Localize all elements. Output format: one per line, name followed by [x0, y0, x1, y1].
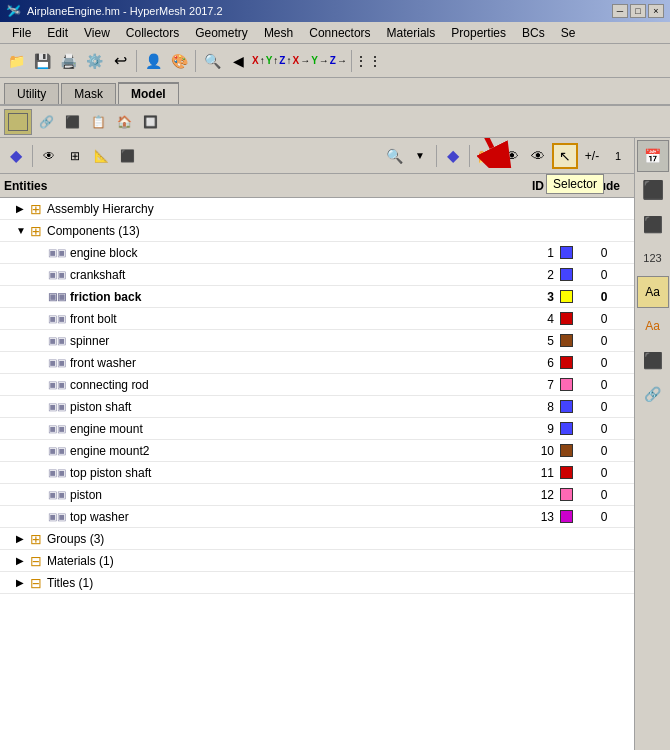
tree-row-materials[interactable]: ▶ ⊟ Materials (1): [0, 550, 634, 572]
right-btn-calendar[interactable]: 📅: [637, 140, 669, 172]
right-btn-2[interactable]: ⬛: [637, 174, 669, 206]
list-item[interactable]: ▣▣ front bolt 4 0: [0, 308, 634, 330]
panel-btn-eye3[interactable]: 👁: [526, 144, 550, 168]
maximize-button[interactable]: □: [630, 4, 646, 18]
selector-button[interactable]: ↖: [552, 143, 578, 169]
comp-color-11[interactable]: [558, 466, 574, 479]
list-item[interactable]: ▣▣ friction back 3 0: [0, 286, 634, 308]
comp-id-5: 5: [528, 334, 558, 348]
comp-id-9: 9: [528, 422, 558, 436]
right-btn-number[interactable]: 123: [637, 242, 669, 274]
expand-groups[interactable]: ▶: [16, 533, 28, 544]
sub-btn-5[interactable]: 🏠: [112, 110, 136, 134]
list-item[interactable]: ▣▣ connecting rod 7 0: [0, 374, 634, 396]
tree-row-assembly[interactable]: ▶ ⊞ Assembly Hierarchy: [0, 198, 634, 220]
right-btn-8[interactable]: 🔗: [637, 378, 669, 410]
close-button[interactable]: ×: [648, 4, 664, 18]
toolbar-btn-person[interactable]: 👤: [141, 49, 165, 73]
toolbar-btn-5[interactable]: ↩: [108, 49, 132, 73]
expand-assembly[interactable]: ▶: [16, 203, 28, 214]
comp-icon-9: ▣▣: [48, 423, 66, 434]
list-item[interactable]: ▣▣ spinner 5 0: [0, 330, 634, 352]
tree-row-groups[interactable]: ▶ ⊞ Groups (3): [0, 528, 634, 550]
list-item[interactable]: ▣▣ crankshaft 2 0: [0, 264, 634, 286]
search-icon[interactable]: 🔍: [382, 144, 406, 168]
comp-color-13[interactable]: [558, 510, 574, 523]
window-controls: ─ □ ×: [612, 4, 664, 18]
menu-geometry[interactable]: Geometry: [187, 24, 256, 42]
comp-color-9[interactable]: [558, 422, 574, 435]
tab-utility[interactable]: Utility: [4, 83, 59, 104]
toolbar-btn-4[interactable]: ⚙️: [82, 49, 106, 73]
list-item[interactable]: ▣▣ engine mount2 10 0: [0, 440, 634, 462]
panel-btn-diamond[interactable]: ◆: [441, 144, 465, 168]
toolbar-btn-3[interactable]: 🖨️: [56, 49, 80, 73]
axis-controls: X↑ Y↑ Z↑ X→ Y→ Z→: [252, 55, 347, 66]
tab-mask[interactable]: Mask: [61, 83, 116, 104]
sub-btn-4[interactable]: 📋: [86, 110, 110, 134]
panel-btn-1[interactable]: ◆: [4, 144, 28, 168]
tab-model[interactable]: Model: [118, 82, 179, 104]
list-item[interactable]: ▣▣ engine block 1 0: [0, 242, 634, 264]
assembly-label: Assembly Hierarchy: [47, 202, 154, 216]
toolbar-btn-color[interactable]: 🎨: [167, 49, 191, 73]
toolbar-btn-zoom[interactable]: 🔍: [200, 49, 224, 73]
sub-btn-6[interactable]: 🔲: [138, 110, 162, 134]
menu-se[interactable]: Se: [553, 24, 584, 42]
comp-color-6[interactable]: [558, 356, 574, 369]
menu-mesh[interactable]: Mesh: [256, 24, 301, 42]
comp-color-8[interactable]: [558, 400, 574, 413]
expand-titles[interactable]: ▶: [16, 577, 28, 588]
menu-properties[interactable]: Properties: [443, 24, 514, 42]
panel-btn-num1[interactable]: 1: [606, 144, 630, 168]
panel-btn-plus[interactable]: +/-: [580, 144, 604, 168]
comp-color-2[interactable]: [558, 268, 574, 281]
comp-color-12[interactable]: [558, 488, 574, 501]
toolbar-btn-left[interactable]: ◀: [226, 49, 250, 73]
toolbar-btn-2[interactable]: 💾: [30, 49, 54, 73]
tree-row-titles[interactable]: ▶ ⊟ Titles (1): [0, 572, 634, 594]
list-item[interactable]: ▣▣ top washer 13 0: [0, 506, 634, 528]
menu-view[interactable]: View: [76, 24, 118, 42]
list-item[interactable]: ▣▣ top piston shaft 11 0: [0, 462, 634, 484]
right-btn-7[interactable]: ⬛: [637, 344, 669, 376]
comp-include-6: 0: [574, 356, 634, 370]
comp-color-3[interactable]: [558, 290, 574, 303]
menu-materials[interactable]: Materials: [379, 24, 444, 42]
right-btn-5[interactable]: Aa: [637, 276, 669, 308]
sub-btn-3[interactable]: ⬛: [60, 110, 84, 134]
list-item[interactable]: ▣▣ front washer 6 0: [0, 352, 634, 374]
list-item[interactable]: ▣▣ piston shaft 8 0: [0, 396, 634, 418]
panel-btn-eye[interactable]: 👁: [37, 144, 61, 168]
expand-components[interactable]: ▼: [16, 225, 28, 236]
menu-collectors[interactable]: Collectors: [118, 24, 187, 42]
list-item[interactable]: ▣▣ engine mount 9 0: [0, 418, 634, 440]
panel-btn-3[interactable]: 📐: [89, 144, 113, 168]
panel-btn-grid[interactable]: ⊞: [63, 144, 87, 168]
sub-btn-1[interactable]: [4, 109, 32, 135]
list-item[interactable]: ▣▣ piston 12 0: [0, 484, 634, 506]
minimize-button[interactable]: ─: [612, 4, 628, 18]
comp-color-10[interactable]: [558, 444, 574, 457]
expand-materials[interactable]: ▶: [16, 555, 28, 566]
comp-color-7[interactable]: [558, 378, 574, 391]
right-btn-3[interactable]: ⬛: [637, 208, 669, 240]
comp-color-4[interactable]: [558, 312, 574, 325]
toolbar-sep-1: [136, 50, 137, 72]
menu-edit[interactable]: Edit: [39, 24, 76, 42]
panel-btn-folder-import[interactable]: 📂: [474, 144, 498, 168]
comp-color-5[interactable]: [558, 334, 574, 347]
menu-file[interactable]: File: [4, 24, 39, 42]
sub-btn-2[interactable]: 🔗: [34, 110, 58, 134]
toolbar-btn-1[interactable]: 📁: [4, 49, 28, 73]
comp-icon-2: ▣▣: [48, 269, 66, 280]
chevron-down-icon[interactable]: ▼: [408, 144, 432, 168]
panel-btn-4[interactable]: ⬛: [115, 144, 139, 168]
panel-btn-eye2[interactable]: 👁: [500, 144, 524, 168]
menu-connectors[interactable]: Connectors: [301, 24, 378, 42]
comp-color-1[interactable]: [558, 246, 574, 259]
tree-row-components[interactable]: ▼ ⊞ Components (13): [0, 220, 634, 242]
right-btn-6[interactable]: Aa: [637, 310, 669, 342]
menu-bcs[interactable]: BCs: [514, 24, 553, 42]
toolbar-btn-dots[interactable]: ⋮⋮: [356, 49, 380, 73]
